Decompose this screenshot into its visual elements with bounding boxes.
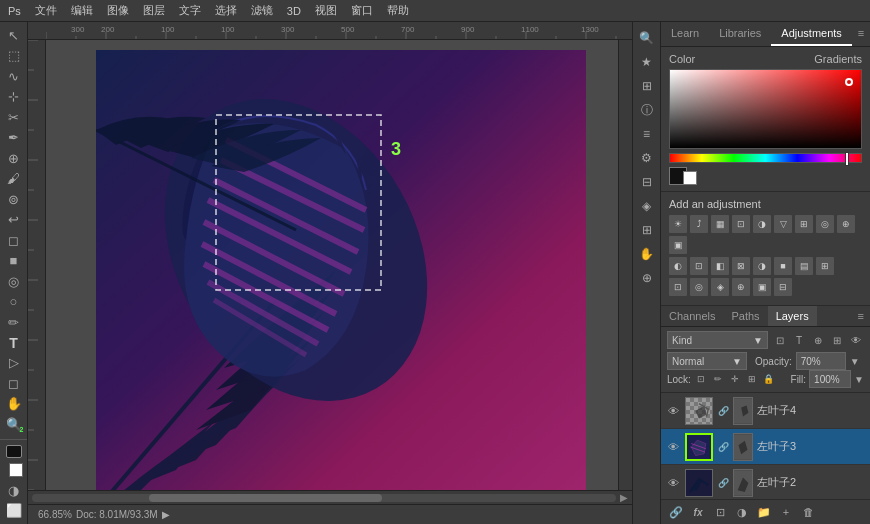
layer-visibility-eye[interactable]: 👁 (665, 403, 681, 419)
background-swatch[interactable] (683, 171, 697, 185)
menu-text[interactable]: 文字 (179, 3, 201, 18)
arrange-icon[interactable]: ⊟ (637, 172, 657, 192)
lock-transparent-icon[interactable]: ⊡ (694, 372, 708, 386)
scrollbar-track-h[interactable] (32, 494, 616, 502)
color-hue-bar[interactable] (669, 153, 862, 163)
grid-icon[interactable]: ⊞ (637, 220, 657, 240)
layer-kind-dropdown[interactable]: Kind ▼ (667, 331, 768, 349)
adj-photo[interactable]: ◎ (816, 215, 834, 233)
adj-exposure[interactable]: ⊡ (732, 215, 750, 233)
magic-wand-tool[interactable]: ⊹ (3, 87, 25, 105)
adj-curves[interactable]: ⤴ (690, 215, 708, 233)
3d-icon[interactable]: ◈ (637, 196, 657, 216)
adj-colorbal[interactable]: ⊞ (795, 215, 813, 233)
hand-icon[interactable]: ✋ (637, 244, 657, 264)
lock-position-icon[interactable]: ✛ (728, 372, 742, 386)
zoom-icon[interactable]: ⊕ (637, 268, 657, 288)
tab-adjustments[interactable]: Adjustments (771, 22, 852, 46)
lock-pixels-icon[interactable]: ✏ (711, 372, 725, 386)
list-icon[interactable]: ≡ (637, 124, 657, 144)
info-icon[interactable]: ⓘ (637, 100, 657, 120)
opacity-value[interactable]: 70% (796, 352, 846, 370)
adj-solid-color[interactable]: ■ (774, 257, 792, 275)
layer-new-btn[interactable]: + (777, 503, 795, 521)
quick-mask[interactable]: ◑ (3, 481, 25, 499)
path-select-tool[interactable]: ▷ (3, 354, 25, 372)
adj-extra4[interactable]: ⊕ (732, 278, 750, 296)
move-tool[interactable]: ↖ (3, 26, 25, 44)
dodge-tool[interactable]: ○ (3, 292, 25, 310)
search-icon[interactable]: 🔍 (637, 28, 657, 48)
color-gradient-picker[interactable] (669, 69, 862, 149)
clone-tool[interactable]: ⊚ (3, 190, 25, 208)
adj-vibrance[interactable]: ◑ (753, 215, 771, 233)
canvas-scrollbar-horizontal[interactable]: ▶ (28, 490, 632, 504)
adj-extra5[interactable]: ▣ (753, 278, 771, 296)
tab-paths[interactable]: Paths (723, 306, 767, 326)
screen-mode[interactable]: ⬜ (3, 501, 25, 519)
eraser-tool[interactable]: ◻ (3, 231, 25, 249)
menu-select[interactable]: 选择 (215, 3, 237, 18)
layer-adjust-btn[interactable]: ◑ (733, 503, 751, 521)
gradient-tool[interactable]: ■ (3, 251, 25, 269)
layer-item[interactable]: 👁 🔗 左叶子2 (661, 465, 870, 499)
adj-extra2[interactable]: ◎ (690, 278, 708, 296)
adj-extra3[interactable]: ◈ (711, 278, 729, 296)
menu-layer[interactable]: 图层 (143, 3, 165, 18)
filter-smart-icon[interactable]: ⊞ (829, 332, 845, 348)
layer-item[interactable]: 👁 🔗 左叶子4 (661, 393, 870, 429)
tab-libraries[interactable]: Libraries (709, 22, 771, 46)
zoom-tool[interactable]: 🔍 2 (3, 415, 25, 433)
menu-edit[interactable]: 编辑 (71, 3, 93, 18)
menu-3d[interactable]: 3D (287, 5, 301, 17)
marquee-tool[interactable]: ⬚ (3, 46, 25, 64)
adj-invert[interactable]: ◐ (669, 257, 687, 275)
layers-icon[interactable]: ⊞ (637, 76, 657, 96)
menu-window[interactable]: 窗口 (351, 3, 373, 18)
shape-tool[interactable]: ◻ (3, 374, 25, 392)
layer-delete-btn[interactable]: 🗑 (799, 503, 817, 521)
adj-poster[interactable]: ⊡ (690, 257, 708, 275)
tab-layers[interactable]: Layers (768, 306, 817, 326)
layer-mask-btn[interactable]: ⊡ (711, 503, 729, 521)
canvas-viewport[interactable]: 3 (46, 40, 618, 490)
star-icon[interactable]: ★ (637, 52, 657, 72)
brush-tool[interactable]: 🖌 (3, 169, 25, 187)
tab-learn[interactable]: Learn (661, 22, 709, 46)
panel-options-btn[interactable]: ≡ (852, 22, 870, 46)
adj-selective[interactable]: ⊠ (732, 257, 750, 275)
hand-tool[interactable]: ✋ (3, 395, 25, 413)
filter-pixel-icon[interactable]: ⊡ (772, 332, 788, 348)
heal-tool[interactable]: ⊕ (3, 149, 25, 167)
lock-artboard-icon[interactable]: ⊞ (745, 372, 759, 386)
background-color[interactable] (3, 460, 25, 478)
menu-help[interactable]: 帮助 (387, 3, 409, 18)
filter-adjust-icon[interactable]: T (791, 332, 807, 348)
menu-file[interactable]: 文件 (35, 3, 57, 18)
lock-all-icon[interactable]: 🔒 (762, 372, 776, 386)
layer-visibility-eye[interactable]: 👁 (665, 475, 681, 491)
adj-gradient[interactable]: ▣ (669, 236, 687, 254)
filter-type-icon[interactable]: ⊕ (810, 332, 826, 348)
layer-group-btn[interactable]: 📁 (755, 503, 773, 521)
menu-ps[interactable]: Ps (8, 5, 21, 17)
settings-icon[interactable]: ⚙ (637, 148, 657, 168)
blend-mode-dropdown[interactable]: Normal ▼ (667, 352, 747, 370)
adj-pattern[interactable]: ⊞ (816, 257, 834, 275)
blur-tool[interactable]: ◎ (3, 272, 25, 290)
layers-panel-menu[interactable]: ≡ (852, 306, 870, 326)
adj-gradient-fill[interactable]: ▤ (795, 257, 813, 275)
type-tool[interactable]: T (3, 333, 25, 351)
tab-channels[interactable]: Channels (661, 306, 723, 326)
foreground-color[interactable] (6, 445, 22, 459)
canvas-scrollbar-vertical[interactable] (618, 40, 632, 490)
adj-channel[interactable]: ⊕ (837, 215, 855, 233)
layer-item[interactable]: 👁 🔗 左叶子3 (661, 429, 870, 465)
adj-hsl[interactable]: ▽ (774, 215, 792, 233)
adj-threshold[interactable]: ◧ (711, 257, 729, 275)
adj-black-white[interactable]: ◑ (753, 257, 771, 275)
menu-filter[interactable]: 滤镜 (251, 3, 273, 18)
layer-visibility-eye[interactable]: 👁 (665, 439, 681, 455)
adj-brightness[interactable]: ☀ (669, 215, 687, 233)
scrollbar-thumb-h[interactable] (149, 494, 383, 502)
